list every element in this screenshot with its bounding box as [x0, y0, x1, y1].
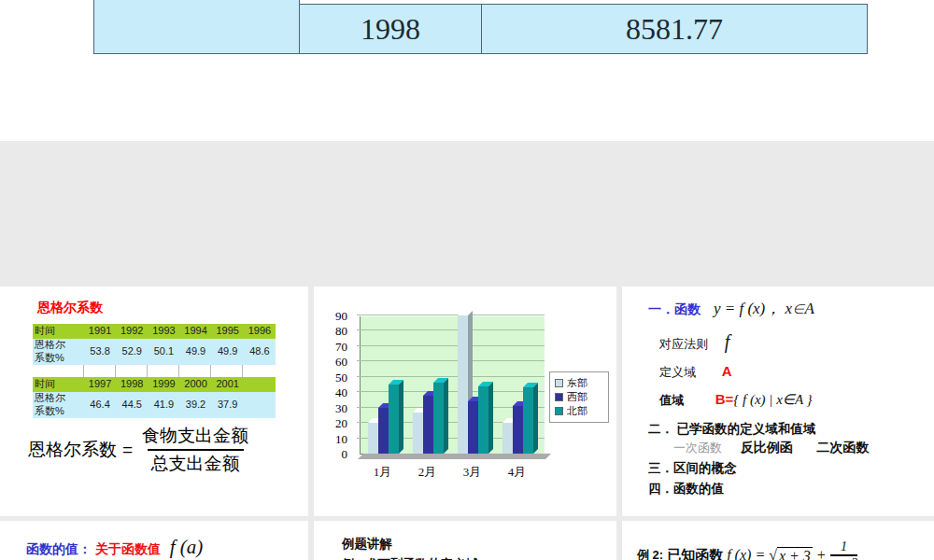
slide-panel-function-overview[interactable]: 一．函数 y = f (x)， x∈A 对应法则 f 定义域 A 值域 B={ …	[622, 287, 934, 516]
cell: 53.8	[84, 339, 116, 365]
cell: 44.5	[116, 392, 148, 418]
example2-given: 已知函数	[667, 547, 723, 560]
chart-gridline	[357, 376, 545, 377]
y-axis-tick-label: 20	[314, 416, 347, 431]
legend-entry: 西部	[555, 390, 608, 404]
table-cell-amount[interactable]: 8581.77	[481, 4, 868, 54]
cell: 1999	[148, 377, 179, 392]
chart-y-axis: 0102030405060708090	[314, 316, 355, 455]
slide-panel-example1[interactable]: 例题讲解 例1 求下列函数的定义域： ① f (x) = 1x - 2 ② f …	[314, 521, 616, 560]
inverse-function-label: 反比例函	[741, 440, 793, 455]
bar-西部-2月	[423, 396, 433, 454]
engel-table-1997-2001: 时间 1997 1998 1999 2000 2001 恩格尔系数% 46.4 …	[33, 377, 276, 418]
cell: 48.6	[244, 339, 276, 365]
chart-gridline	[357, 345, 545, 346]
formula-lhs: 恩格尔系数	[28, 438, 117, 462]
cell: 39.2	[179, 392, 211, 418]
example2-sqrt: √x + 3	[769, 547, 813, 560]
bar-side-face	[488, 382, 493, 454]
y-axis-tick-label: 10	[314, 432, 347, 447]
slide-panel-example2[interactable]: 例 2: 已知函数 f (x) = √x + 3 + 1x + 2 (1) 求函…	[622, 521, 934, 560]
linear-function-label: 一次函数	[673, 441, 722, 455]
section-1-label: 一．函数	[648, 301, 700, 316]
y-axis-tick-label: 60	[314, 355, 347, 370]
legend-label: 北部	[567, 404, 587, 418]
chart-floor	[358, 454, 551, 459]
cell: 恩格尔系数%	[33, 339, 84, 365]
y-axis-tick-label: 0	[314, 447, 347, 462]
y-axis-tick-label: 70	[314, 340, 347, 355]
bar-东部-3月	[458, 315, 468, 454]
slide-panel-chart[interactable]: 0102030405060708090 1月2月3月4月 东部西部北部	[314, 287, 616, 516]
example2-fraction: 1x + 2	[830, 539, 858, 560]
rule-label: 对应法则	[659, 337, 708, 351]
slide-panel-function-value[interactable]: 函数的值： 关于函数值 f (a) 例： f (x) = x2 + 3x + 1…	[0, 521, 308, 560]
bar-北部-4月	[523, 387, 533, 454]
cell: 时间	[33, 324, 84, 339]
cell: 1992	[116, 324, 148, 339]
chart-x-axis: 1月2月3月4月	[360, 464, 545, 481]
cell: 时间	[33, 377, 84, 392]
lecture-title: 例题讲解	[342, 536, 392, 553]
section-2-label: 二． 已学函数的定义域和值域	[648, 421, 815, 438]
legend-swatch	[555, 407, 563, 415]
cell: 50.1	[148, 339, 179, 365]
legend-swatch	[555, 393, 563, 401]
x-axis-tick-label: 2月	[418, 464, 437, 481]
chart-gridline	[357, 315, 545, 315]
cell: 37.9	[212, 392, 244, 418]
engel-title: 恩格尔系数	[37, 300, 103, 316]
bar-北部-2月	[433, 383, 444, 454]
y-axis-tick-label: 80	[314, 324, 347, 339]
domain-value: A	[722, 363, 732, 379]
formula-fraction: 食物支出金额 总支出金额	[138, 423, 252, 477]
range-label: 值域	[659, 393, 684, 407]
fa-math: f (a)	[170, 536, 204, 558]
table-cell-empty[interactable]	[93, 0, 300, 54]
example2-label: 例 2:	[637, 547, 663, 560]
legend-entry: 北部	[555, 404, 608, 418]
quadratic-function-label: 二次函数	[816, 440, 869, 455]
bar-东部-1月	[368, 423, 378, 454]
bar-东部-4月	[502, 423, 513, 454]
cell: 1994	[179, 324, 211, 339]
equals-sign: =	[122, 440, 133, 460]
x-axis-tick-label: 1月	[374, 464, 392, 481]
table-row: 时间 1997 1998 1999 2000 2001	[33, 377, 276, 392]
cell: 41.9	[148, 392, 179, 418]
cell: 1993	[148, 324, 179, 339]
bar-side-face	[399, 380, 403, 454]
rule-math: f	[725, 331, 730, 352]
value-title-red: 关于函数值	[95, 541, 161, 556]
bar-side-face	[533, 383, 538, 454]
chart-gridline	[357, 391, 545, 392]
domain-label: 定义域	[659, 365, 696, 379]
y-axis-tick-label: 30	[314, 401, 347, 416]
table-spacer-row	[33, 365, 276, 377]
bar-东部-2月	[413, 413, 423, 454]
slide-board: 恩格尔系数 时间 1991 1992 1993 1994 1995 1996 恩…	[0, 141, 934, 560]
engel-formula: 恩格尔系数 = 食物支出金额 总支出金额	[28, 423, 252, 477]
cell: 46.4	[84, 392, 116, 418]
cell: 49.9	[212, 339, 244, 365]
cell: 1998	[116, 377, 148, 392]
table-cell-year[interactable]: 1998	[299, 4, 482, 54]
table-row: 时间 1991 1992 1993 1994 1995 1996	[33, 324, 276, 339]
cell: 1996	[244, 324, 276, 339]
slide-panel-engel[interactable]: 恩格尔系数 时间 1991 1992 1993 1994 1995 1996 恩…	[0, 287, 308, 516]
cell: 49.9	[179, 339, 211, 365]
chart-plot-area	[360, 316, 545, 455]
plus-sign: +	[816, 547, 827, 560]
section-3-label: 三．区间的概念	[648, 460, 737, 477]
chart-gridline	[357, 360, 545, 361]
bar-side-face	[444, 378, 448, 454]
section-4-label: 四．函数的值	[648, 481, 724, 497]
cell: 52.9	[116, 339, 148, 365]
radical-sign: √	[769, 547, 777, 560]
x-axis-tick-label: 3月	[463, 464, 482, 481]
fraction-denominator: 总支出金额	[148, 449, 244, 477]
x-axis-tick-label: 4月	[508, 464, 527, 481]
bar-北部-1月	[389, 385, 399, 454]
engel-table-1991-1996: 时间 1991 1992 1993 1994 1995 1996 恩格尔系数% …	[33, 324, 276, 365]
cell	[244, 377, 276, 392]
